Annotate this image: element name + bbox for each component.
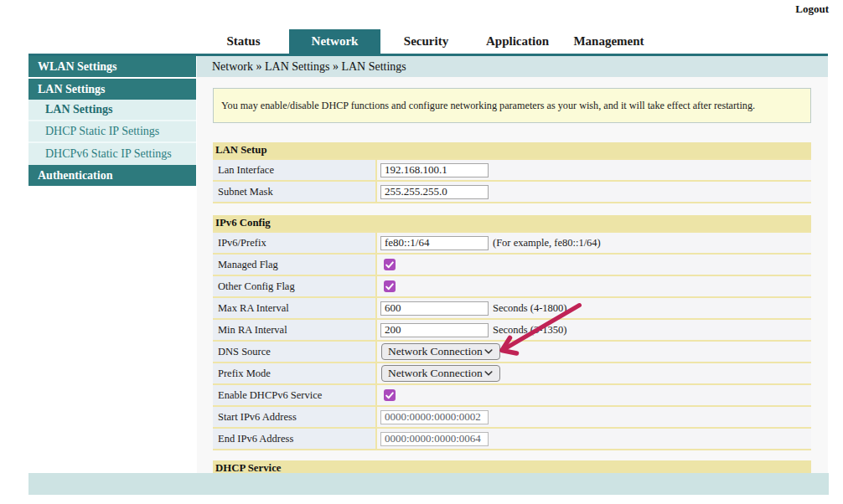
nav-tab-application[interactable]: Application <box>472 29 563 54</box>
row-end-ipv6-address: End IPv6 Address <box>213 427 811 449</box>
row-managed-flag: Managed Flag <box>213 253 811 275</box>
field-label: Max RA Interval <box>213 298 377 318</box>
check-icon <box>385 261 394 269</box>
breadcrumb: Network » LAN Settings » LAN Settings <box>197 56 828 77</box>
row-lan-interface: Lan Interface <box>213 158 811 180</box>
managed-flag-checkbox[interactable] <box>384 259 396 270</box>
field-label: Other Config Flag <box>213 276 377 296</box>
footer-bar <box>28 473 829 495</box>
section-lan-setup: LAN Setup Lan Interface Subnet Mask <box>213 142 811 203</box>
row-enable-dhcpv6-service: Enable DHCPv6 Service <box>213 383 811 405</box>
field-label: End IPv6 Address <box>213 429 377 449</box>
dns-source-select[interactable]: Network Connection <box>381 343 500 360</box>
check-icon <box>385 283 394 291</box>
content-pane: Network » LAN Settings » LAN Settings Yo… <box>197 56 828 473</box>
section-title: IPv6 Config <box>213 215 811 231</box>
start-ipv6-address-input[interactable] <box>380 410 489 424</box>
logout-link[interactable]: Logout <box>795 3 829 16</box>
notice-box: You may enable/disable DHCP functions an… <box>213 88 811 123</box>
field-value-cell: Network Connection <box>377 342 811 362</box>
field-value-cell <box>377 407 811 427</box>
enable-dhcpv6-service-checkbox[interactable] <box>384 389 396 401</box>
ipv6-prefix-input[interactable] <box>380 236 489 250</box>
nav-tab-security[interactable]: Security <box>380 29 472 54</box>
field-value-cell: Seconds (4-1800) <box>377 298 811 318</box>
row-min-ra-interval: Min RA Interval Seconds (3-1350) <box>213 318 811 340</box>
sidebar-item-dhcpv6-static-ip-settings[interactable]: DHCPv6 Static IP Settings <box>28 143 196 165</box>
notice-text: You may enable/disable DHCP functions an… <box>221 100 755 112</box>
field-label: Min RA Interval <box>213 320 377 340</box>
field-value-cell: Network Connection <box>377 363 811 383</box>
sidebar-subitems: LAN SettingsDHCP Static IP SettingsDHCPv… <box>28 100 196 165</box>
ipv6-prefix-hint: (For example, fe80::1/64) <box>493 237 601 249</box>
section-table: Lan Interface Subnet Mask <box>213 158 811 203</box>
field-value-cell: (For example, fe80::1/64) <box>377 233 811 253</box>
field-value-cell <box>377 160 811 180</box>
end-ipv6-address-input[interactable] <box>380 432 489 446</box>
field-label: Start IPv6 Address <box>213 407 377 427</box>
field-label: IPv6/Prefix <box>213 233 377 253</box>
min-ra-interval-hint: Seconds (3-1350) <box>493 324 567 337</box>
sidebar-header-authentication[interactable]: Authentication <box>28 165 196 186</box>
field-value-cell <box>377 385 811 405</box>
field-label: Enable DHCPv6 Service <box>213 385 377 405</box>
field-value-cell: Seconds (3-1350) <box>377 320 811 340</box>
row-max-ra-interval: Max RA Interval Seconds (4-1800) <box>213 296 811 318</box>
section-title: DHCP Service <box>213 460 811 473</box>
row-start-ipv6-address: Start IPv6 Address <box>213 405 811 427</box>
field-label: Subnet Mask <box>213 182 377 202</box>
max-ra-interval-input[interactable] <box>380 301 489 316</box>
min-ra-interval-input[interactable] <box>380 323 489 337</box>
field-value-cell <box>377 276 811 296</box>
chevron-glyph <box>484 349 493 354</box>
field-label: Managed Flag <box>213 255 377 275</box>
section-title: LAN Setup <box>213 142 811 158</box>
subnet-mask-input[interactable] <box>380 185 489 199</box>
sidebar-item-dhcp-static-ip-settings[interactable]: DHCP Static IP Settings <box>28 121 196 143</box>
row-dns-source: DNS Source Network Connection <box>213 340 811 362</box>
field-label: DNS Source <box>213 342 377 362</box>
dns-source-selected-option: Network Connection <box>388 345 483 358</box>
field-value-cell <box>377 429 811 449</box>
other-config-flag-checkbox[interactable] <box>384 280 396 292</box>
nav-tab-status[interactable]: Status <box>198 29 289 54</box>
sidebar-header-lan-settings[interactable]: LAN Settings <box>28 79 196 100</box>
prefix-mode-select[interactable]: Network Connection <box>381 365 500 382</box>
nav-tab-network[interactable]: Network <box>289 29 380 54</box>
section-table: IPv6/Prefix (For example, fe80::1/64) Ma… <box>213 231 811 450</box>
field-label: Lan Interface <box>213 160 377 180</box>
field-value-cell <box>377 182 811 202</box>
sidebar-menu: WLAN SettingsLAN SettingsLAN SettingsDHC… <box>28 56 196 186</box>
nav-tab-management[interactable]: Management <box>563 29 654 54</box>
section-dhcp-service: DHCP Service <box>213 460 811 473</box>
section-ipv6-config: IPv6 Config IPv6/Prefix (For example, fe… <box>213 215 811 450</box>
row-ipv6-prefix: IPv6/Prefix (For example, fe80::1/64) <box>213 231 811 253</box>
sidebar-item-lan-settings[interactable]: LAN Settings <box>28 100 196 121</box>
row-subnet-mask: Subnet Mask <box>213 180 811 202</box>
max-ra-interval-hint: Seconds (4-1800) <box>493 302 567 315</box>
field-label: Prefix Mode <box>213 363 377 383</box>
check-icon <box>385 392 394 399</box>
form-sections: LAN Setup Lan Interface Subnet Mask IPv6… <box>197 142 828 473</box>
field-value-cell <box>377 255 811 275</box>
chevron-glyph <box>484 371 493 376</box>
prefix-mode-selected-option: Network Connection <box>388 367 483 380</box>
main-nav-tabs: StatusNetworkSecurityApplicationManageme… <box>198 29 654 54</box>
chevron-down-icon <box>484 349 493 354</box>
chevron-down-icon <box>484 371 493 376</box>
row-prefix-mode: Prefix Mode Network Connection <box>213 362 811 383</box>
sidebar-header-wlan-settings[interactable]: WLAN Settings <box>28 56 196 77</box>
row-other-config-flag: Other Config Flag <box>213 275 811 296</box>
lan-interface-input[interactable] <box>380 163 489 177</box>
